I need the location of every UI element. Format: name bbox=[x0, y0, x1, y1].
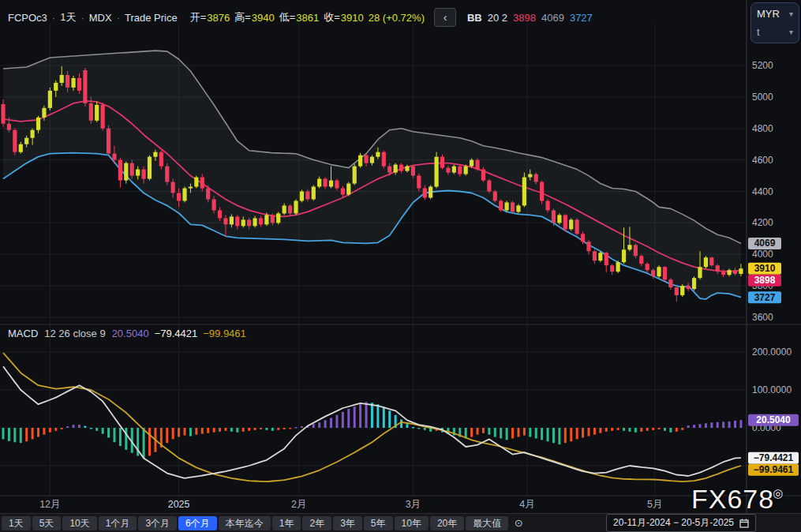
svg-text:3910: 3910 bbox=[754, 263, 776, 274]
unit-value: t bbox=[757, 26, 760, 38]
low-label: 低= bbox=[279, 10, 296, 24]
symbol-legend: FCPOc3 · 1天 · MDX · Trade Price 开=3876 高… bbox=[8, 9, 598, 26]
bb-value: 3898 bbox=[513, 12, 536, 24]
range-button-2年[interactable]: 2年 bbox=[302, 516, 331, 530]
date-range-text: 20-11月-2024 − 20-5月-2025 bbox=[613, 516, 734, 530]
interval-label[interactable]: 1天 bbox=[60, 10, 76, 24]
close-label: 收= bbox=[324, 10, 340, 24]
price-tick: 4400 bbox=[752, 186, 773, 197]
price-tick: 4000 bbox=[752, 249, 773, 260]
axis-badge: 3727 bbox=[748, 291, 781, 303]
chevron-left-icon: ‹ bbox=[444, 11, 447, 24]
range-button-1年[interactable]: 1年 bbox=[272, 516, 301, 530]
time-tick: 12月 bbox=[39, 499, 60, 510]
settings-gear-icon[interactable]: ⊙ bbox=[510, 517, 527, 529]
axis-badge: −79.4421 bbox=[748, 452, 799, 464]
axis-badge: 3910 bbox=[748, 263, 781, 275]
range-button-5年[interactable]: 5年 bbox=[364, 516, 393, 530]
open-value: 3876 bbox=[207, 12, 230, 24]
axis-badge: 4069 bbox=[748, 238, 781, 249]
bb-value: 3727 bbox=[570, 12, 593, 24]
range-button-10天[interactable]: 10天 bbox=[62, 516, 96, 530]
svg-text:−99.9461: −99.9461 bbox=[754, 464, 794, 475]
separator-dot: · bbox=[80, 12, 84, 24]
axis-badge: −99.9461 bbox=[748, 464, 799, 476]
macd-name: MACD bbox=[8, 328, 38, 339]
date-range-picker[interactable]: 20-11月-2024 − 20-5月-2025 bbox=[606, 514, 756, 532]
trading-chart-app: 5200500048004600440042004000380036004069… bbox=[0, 0, 801, 532]
high-value: 3940 bbox=[252, 12, 275, 24]
symbol-name[interactable]: FCPOc3 bbox=[8, 12, 47, 24]
svg-text:−79.4421: −79.4421 bbox=[754, 452, 794, 463]
svg-text:20.5040: 20.5040 bbox=[756, 414, 791, 425]
range-button-1个月[interactable]: 1个月 bbox=[99, 516, 137, 530]
close-value: 3910 bbox=[341, 12, 364, 24]
collapse-legend-button[interactable]: ‹ bbox=[434, 8, 456, 27]
chart-canvas[interactable]: 5200500048004600440042004000380036004069… bbox=[0, 0, 801, 513]
time-tick: 4月 bbox=[519, 499, 534, 510]
axis-badge: 20.5040 bbox=[748, 414, 799, 426]
bb-indicator-legend[interactable]: BB 20 2 389840693727 bbox=[467, 12, 598, 24]
range-button-本年迄今[interactable]: 本年迄今 bbox=[219, 516, 271, 530]
bb-name: BB bbox=[467, 12, 482, 24]
low-value: 3861 bbox=[296, 12, 319, 24]
macd-value: −79.4421 bbox=[155, 328, 198, 339]
range-button-最大值[interactable]: 最大值 bbox=[466, 516, 508, 530]
time-tick: 2月 bbox=[291, 499, 306, 510]
range-button-10年[interactable]: 10年 bbox=[395, 516, 429, 530]
chevron-down-icon: ▾ bbox=[789, 28, 793, 36]
macd-value: 20.5040 bbox=[112, 328, 149, 339]
svg-text:4069: 4069 bbox=[754, 238, 776, 249]
macd-indicator-legend[interactable]: MACD 12 26 close 9 20.5040−79.4421−99.94… bbox=[8, 328, 252, 339]
time-tick: 2025 bbox=[168, 499, 190, 510]
price-tick: 4600 bbox=[752, 155, 773, 166]
bb-value: 4069 bbox=[541, 12, 564, 24]
range-button-6个月[interactable]: 6个月 bbox=[178, 516, 217, 530]
separator-dot: · bbox=[117, 12, 120, 24]
price-tick: 4800 bbox=[752, 123, 773, 134]
bb-params: 20 2 bbox=[488, 12, 507, 24]
macd-tick: 200.0000 bbox=[752, 347, 792, 358]
separator-dot: · bbox=[52, 12, 55, 24]
macd-params: 12 26 close 9 bbox=[44, 328, 105, 339]
macd-tick: 100.0000 bbox=[752, 384, 792, 395]
range-button-5天[interactable]: 5天 bbox=[32, 516, 62, 530]
chevron-down-icon: ▾ bbox=[789, 9, 793, 18]
currency-unit-widget[interactable]: MYR ▾ t ▾ bbox=[750, 2, 799, 43]
price-tick: 3600 bbox=[752, 312, 773, 323]
time-tick: 5月 bbox=[647, 499, 662, 510]
range-button-1天[interactable]: 1天 bbox=[2, 516, 31, 530]
price-tick: 5000 bbox=[752, 92, 773, 103]
calendar-icon bbox=[739, 519, 749, 528]
high-label: 高= bbox=[234, 10, 251, 24]
range-button-3个月[interactable]: 3个月 bbox=[138, 516, 177, 530]
range-button-3年[interactable]: 3年 bbox=[333, 516, 362, 530]
exchange-label: MDX bbox=[89, 12, 112, 24]
currency-select[interactable]: MYR ▾ bbox=[757, 8, 793, 20]
unit-select[interactable]: t ▾ bbox=[757, 26, 793, 38]
change-value: 28 (+0.72%) bbox=[369, 12, 425, 24]
range-toolbar: 1天5天10天1个月3个月6个月本年迄今1年2年3年5年10年20年最大值 ⊙ … bbox=[0, 513, 801, 532]
axis-badge: 3898 bbox=[748, 275, 781, 287]
macd-value: −99.9461 bbox=[203, 328, 246, 339]
open-label: 开= bbox=[190, 10, 207, 24]
svg-text:3727: 3727 bbox=[754, 292, 776, 303]
time-tick: 3月 bbox=[406, 499, 421, 510]
price-tick: 5200 bbox=[752, 60, 773, 71]
range-button-20年[interactable]: 20年 bbox=[430, 516, 464, 530]
currency-value: MYR bbox=[757, 8, 780, 20]
svg-text:3898: 3898 bbox=[754, 275, 776, 286]
series-type-label: Trade Price bbox=[125, 12, 178, 24]
price-tick: 4200 bbox=[752, 217, 773, 228]
